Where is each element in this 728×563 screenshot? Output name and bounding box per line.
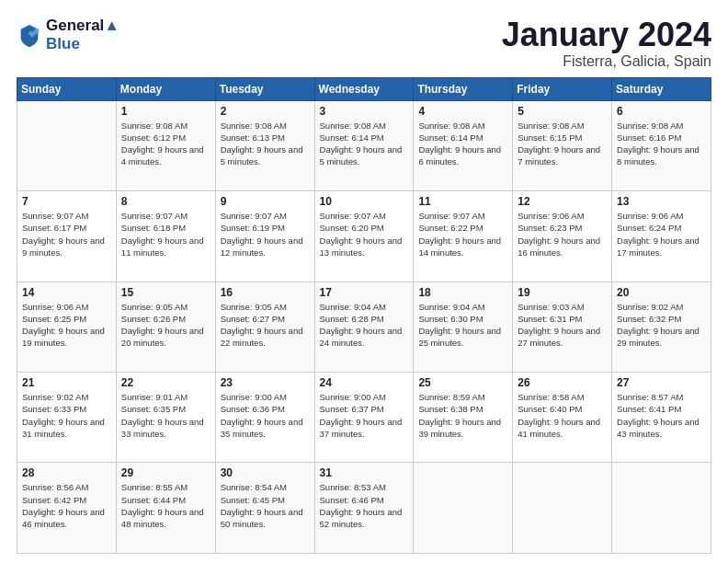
calendar-cell: 1 Sunrise: 9:08 AM Sunset: 6:12 PM Dayli… bbox=[116, 100, 215, 190]
calendar-cell: 20 Sunrise: 9:02 AM Sunset: 6:32 PM Dayl… bbox=[612, 282, 711, 372]
day-number: 5 bbox=[518, 105, 607, 118]
day-info: Sunrise: 8:54 AM Sunset: 6:45 PM Dayligh… bbox=[221, 481, 310, 530]
day-number: 21 bbox=[22, 376, 111, 389]
day-info: Sunrise: 9:02 AM Sunset: 6:33 PM Dayligh… bbox=[22, 391, 111, 440]
day-number: 6 bbox=[617, 105, 706, 118]
day-number: 4 bbox=[418, 105, 507, 118]
day-info: Sunrise: 9:02 AM Sunset: 6:32 PM Dayligh… bbox=[617, 301, 706, 350]
calendar-cell: 21 Sunrise: 9:02 AM Sunset: 6:33 PM Dayl… bbox=[17, 373, 117, 463]
calendar-col-header: Saturday bbox=[612, 77, 711, 100]
day-info: Sunrise: 9:08 AM Sunset: 6:12 PM Dayligh… bbox=[121, 120, 210, 168]
logo: General▲ Blue bbox=[17, 17, 119, 52]
day-info: Sunrise: 9:05 AM Sunset: 6:26 PM Dayligh… bbox=[121, 301, 210, 350]
calendar-cell: 19 Sunrise: 9:03 AM Sunset: 6:31 PM Dayl… bbox=[513, 282, 612, 372]
calendar-week-row: 21 Sunrise: 9:02 AM Sunset: 6:33 PM Dayl… bbox=[17, 373, 711, 463]
calendar-cell: 2 Sunrise: 9:08 AM Sunset: 6:13 PM Dayli… bbox=[215, 100, 314, 190]
calendar-cell: 26 Sunrise: 8:58 AM Sunset: 6:40 PM Dayl… bbox=[513, 373, 612, 463]
calendar-cell: 14 Sunrise: 9:06 AM Sunset: 6:25 PM Dayl… bbox=[17, 282, 117, 372]
day-info: Sunrise: 9:06 AM Sunset: 6:23 PM Dayligh… bbox=[518, 210, 607, 259]
page: General▲ Blue January 2024 Fisterra, Gal… bbox=[0, 0, 728, 563]
day-number: 25 bbox=[418, 376, 507, 389]
day-number: 7 bbox=[22, 195, 111, 208]
day-number: 19 bbox=[518, 286, 607, 299]
day-info: Sunrise: 9:03 AM Sunset: 6:31 PM Dayligh… bbox=[518, 301, 607, 350]
day-number: 31 bbox=[320, 466, 409, 479]
day-info: Sunrise: 9:04 AM Sunset: 6:30 PM Dayligh… bbox=[418, 301, 507, 350]
day-info: Sunrise: 9:06 AM Sunset: 6:24 PM Dayligh… bbox=[617, 210, 706, 259]
day-info: Sunrise: 9:05 AM Sunset: 6:27 PM Dayligh… bbox=[221, 301, 310, 350]
calendar-cell: 10 Sunrise: 9:07 AM Sunset: 6:20 PM Dayl… bbox=[314, 191, 414, 282]
day-info: Sunrise: 9:08 AM Sunset: 6:13 PM Dayligh… bbox=[221, 120, 310, 168]
day-number: 28 bbox=[22, 466, 111, 479]
calendar-cell bbox=[513, 463, 612, 554]
calendar-cell: 30 Sunrise: 8:54 AM Sunset: 6:45 PM Dayl… bbox=[215, 463, 314, 554]
day-number: 18 bbox=[418, 286, 507, 299]
calendar-col-header: Monday bbox=[116, 77, 215, 100]
day-info: Sunrise: 8:58 AM Sunset: 6:40 PM Dayligh… bbox=[518, 391, 607, 440]
day-info: Sunrise: 9:04 AM Sunset: 6:28 PM Dayligh… bbox=[320, 301, 409, 350]
day-info: Sunrise: 9:07 AM Sunset: 6:17 PM Dayligh… bbox=[22, 210, 111, 259]
day-info: Sunrise: 8:56 AM Sunset: 6:42 PM Dayligh… bbox=[22, 481, 111, 530]
day-number: 26 bbox=[518, 376, 607, 389]
calendar-cell bbox=[612, 463, 711, 554]
day-info: Sunrise: 9:08 AM Sunset: 6:16 PM Dayligh… bbox=[617, 120, 706, 168]
day-number: 12 bbox=[518, 195, 607, 208]
day-info: Sunrise: 9:01 AM Sunset: 6:35 PM Dayligh… bbox=[121, 391, 210, 440]
day-info: Sunrise: 9:00 AM Sunset: 6:37 PM Dayligh… bbox=[320, 391, 409, 440]
subtitle: Fisterra, Galicia, Spain bbox=[502, 53, 711, 70]
day-info: Sunrise: 9:00 AM Sunset: 6:36 PM Dayligh… bbox=[221, 391, 310, 440]
day-number: 23 bbox=[221, 376, 310, 389]
day-number: 2 bbox=[221, 105, 310, 118]
logo-icon bbox=[17, 22, 42, 48]
calendar-table: SundayMondayTuesdayWednesdayThursdayFrid… bbox=[17, 77, 711, 554]
calendar-cell: 25 Sunrise: 8:59 AM Sunset: 6:38 PM Dayl… bbox=[414, 373, 513, 463]
day-info: Sunrise: 8:55 AM Sunset: 6:44 PM Dayligh… bbox=[121, 481, 210, 530]
calendar-cell bbox=[17, 100, 117, 190]
calendar-cell: 5 Sunrise: 9:08 AM Sunset: 6:15 PM Dayli… bbox=[513, 100, 612, 190]
calendar-cell: 31 Sunrise: 8:53 AM Sunset: 6:46 PM Dayl… bbox=[314, 463, 414, 554]
day-number: 15 bbox=[121, 286, 210, 299]
calendar-col-header: Friday bbox=[513, 77, 612, 100]
day-info: Sunrise: 8:57 AM Sunset: 6:41 PM Dayligh… bbox=[617, 391, 706, 440]
day-info: Sunrise: 9:08 AM Sunset: 6:15 PM Dayligh… bbox=[518, 120, 607, 168]
title-block: January 2024 Fisterra, Galicia, Spain bbox=[502, 17, 711, 70]
day-number: 10 bbox=[320, 195, 409, 208]
calendar-cell: 18 Sunrise: 9:04 AM Sunset: 6:30 PM Dayl… bbox=[414, 282, 513, 372]
day-number: 30 bbox=[221, 466, 310, 479]
calendar-cell: 15 Sunrise: 9:05 AM Sunset: 6:26 PM Dayl… bbox=[116, 282, 215, 372]
day-number: 9 bbox=[221, 195, 310, 208]
day-number: 8 bbox=[121, 195, 210, 208]
calendar-cell bbox=[414, 463, 513, 554]
calendar-cell: 12 Sunrise: 9:06 AM Sunset: 6:23 PM Dayl… bbox=[513, 191, 612, 282]
day-info: Sunrise: 9:08 AM Sunset: 6:14 PM Dayligh… bbox=[320, 120, 409, 168]
logo-text: General▲ Blue bbox=[46, 17, 119, 52]
calendar-cell: 28 Sunrise: 8:56 AM Sunset: 6:42 PM Dayl… bbox=[17, 463, 117, 554]
calendar-cell: 3 Sunrise: 9:08 AM Sunset: 6:14 PM Dayli… bbox=[314, 100, 414, 190]
day-info: Sunrise: 9:07 AM Sunset: 6:19 PM Dayligh… bbox=[221, 210, 310, 259]
calendar-cell: 22 Sunrise: 9:01 AM Sunset: 6:35 PM Dayl… bbox=[116, 373, 215, 463]
day-number: 22 bbox=[121, 376, 210, 389]
day-number: 16 bbox=[221, 286, 310, 299]
calendar-week-row: 14 Sunrise: 9:06 AM Sunset: 6:25 PM Dayl… bbox=[17, 282, 711, 372]
header: General▲ Blue January 2024 Fisterra, Gal… bbox=[17, 17, 711, 70]
calendar-cell: 4 Sunrise: 9:08 AM Sunset: 6:14 PM Dayli… bbox=[414, 100, 513, 190]
day-number: 1 bbox=[121, 105, 210, 118]
main-title: January 2024 bbox=[502, 17, 711, 53]
calendar-cell: 23 Sunrise: 9:00 AM Sunset: 6:36 PM Dayl… bbox=[215, 373, 314, 463]
calendar-cell: 17 Sunrise: 9:04 AM Sunset: 6:28 PM Dayl… bbox=[314, 282, 414, 372]
day-info: Sunrise: 9:07 AM Sunset: 6:20 PM Dayligh… bbox=[320, 210, 409, 259]
day-info: Sunrise: 8:59 AM Sunset: 6:38 PM Dayligh… bbox=[418, 391, 507, 440]
day-info: Sunrise: 8:53 AM Sunset: 6:46 PM Dayligh… bbox=[320, 481, 409, 530]
calendar-week-row: 1 Sunrise: 9:08 AM Sunset: 6:12 PM Dayli… bbox=[17, 100, 711, 190]
day-number: 13 bbox=[617, 195, 706, 208]
calendar-cell: 16 Sunrise: 9:05 AM Sunset: 6:27 PM Dayl… bbox=[215, 282, 314, 372]
day-info: Sunrise: 9:07 AM Sunset: 6:18 PM Dayligh… bbox=[121, 210, 210, 259]
calendar-col-header: Thursday bbox=[414, 77, 513, 100]
day-number: 24 bbox=[320, 376, 409, 389]
calendar-cell: 11 Sunrise: 9:07 AM Sunset: 6:22 PM Dayl… bbox=[414, 191, 513, 282]
calendar-cell: 27 Sunrise: 8:57 AM Sunset: 6:41 PM Dayl… bbox=[612, 373, 711, 463]
calendar-week-row: 7 Sunrise: 9:07 AM Sunset: 6:17 PM Dayli… bbox=[17, 191, 711, 282]
calendar-body: 1 Sunrise: 9:08 AM Sunset: 6:12 PM Dayli… bbox=[17, 100, 711, 553]
day-number: 20 bbox=[617, 286, 706, 299]
day-number: 17 bbox=[320, 286, 409, 299]
